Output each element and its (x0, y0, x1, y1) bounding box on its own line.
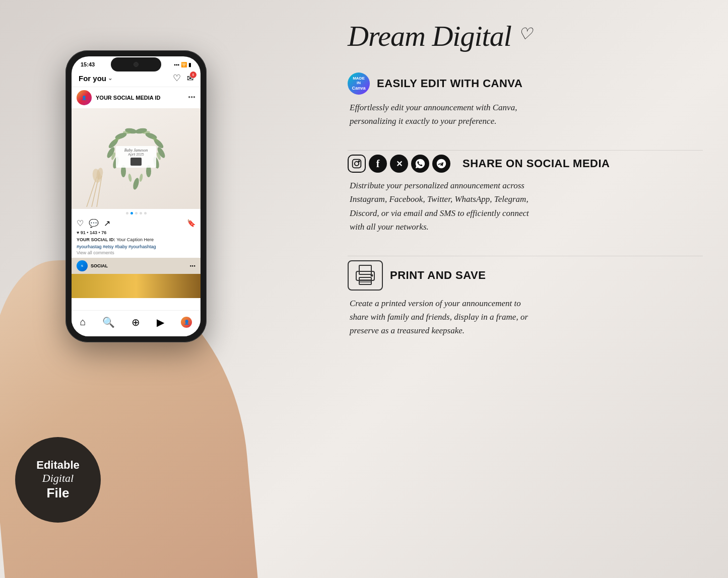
instagram-header: For you ⌄ ♡ ✉ 6 (72, 69, 201, 87)
editable-line2: Digital (42, 472, 74, 485)
phone-mockup: 15:43 ▪▪▪ 🛜 ▮ For you ⌄ ♡ (65, 50, 207, 342)
chevron-icon: ⌄ (108, 75, 112, 82)
instagram-action-icons: ♡ ✉ 6 (173, 73, 193, 84)
next-post-preview: S SOCIAL ••• (72, 258, 201, 298)
ultrasound-image (130, 158, 142, 166)
home-nav-icon[interactable]: ⌂ (80, 316, 86, 328)
heart-decoration: ♡ (518, 25, 532, 43)
search-nav-icon[interactable]: 🔍 (102, 316, 115, 328)
phone-camera (134, 62, 139, 67)
dot-3 (135, 212, 138, 214)
phone-screen: 15:43 ▪▪▪ 🛜 ▮ For you ⌄ ♡ (72, 56, 201, 336)
caption-username: YOUR SOCIAL ID: (77, 237, 115, 242)
telegram-icon (432, 155, 450, 173)
instagram-bottom-nav: ⌂ 🔍 ⊕ ▶ 👤 (72, 310, 201, 336)
wifi-icon: 🛜 (181, 62, 187, 67)
battery-icon: ▮ (188, 62, 191, 67)
next-post-more[interactable]: ••• (189, 263, 195, 269)
social-feature: f ✕ SHARE ON SOCI (348, 155, 703, 234)
avatar: 👤 (77, 90, 92, 105)
editable-digital-badge: Editable Digital File (15, 437, 101, 523)
facebook-icon: f (369, 155, 387, 173)
phone-notch (111, 57, 161, 71)
post-pagination-dots (72, 209, 201, 216)
svg-point-19 (128, 174, 133, 182)
social-feature-title: SHARE ON SOCIAL MEDIA (462, 157, 610, 170)
post-caption: YOUR SOCIAL ID: Your Caption Here (72, 236, 201, 244)
view-comments-link[interactable]: View all comments (72, 250, 201, 256)
post-actions: ♡ 💬 ↗ 🔖 (72, 216, 201, 229)
print-icon (348, 260, 383, 291)
print-feature-header: PRINT AND SAVE (348, 260, 703, 291)
svg-point-32 (371, 274, 373, 276)
add-nav-icon[interactable]: ⊕ (131, 316, 140, 328)
left-panel: 15:43 ▪▪▪ 🛜 ▮ For you ⌄ ♡ (0, 0, 322, 578)
bookmark-icon[interactable]: 🔖 (187, 219, 195, 228)
svg-rect-29 (359, 265, 371, 274)
signal-icon: ▪▪▪ (174, 62, 179, 67)
reels-nav-icon[interactable]: ▶ (157, 316, 164, 328)
brand-title: Dream Digital ♡ (348, 20, 703, 52)
svg-point-27 (355, 162, 359, 166)
dot-2 (130, 212, 133, 214)
editable-line1: Editable (36, 459, 80, 472)
svg-point-28 (359, 161, 360, 162)
phone-wrapper: 15:43 ▪▪▪ 🛜 ▮ For you ⌄ ♡ (65, 50, 207, 342)
like-icon[interactable]: ♡ (77, 219, 84, 228)
messenger-icon[interactable]: ✉ 6 (187, 74, 193, 83)
post-username: YOUR SOCIAL MEDIA ID (96, 95, 184, 101)
pampas-grass (82, 167, 112, 209)
post-stats: ♥ 91 • 143 • 76 (72, 229, 201, 236)
canva-feature-title: EASILY EDIT WITH CANVA (377, 77, 522, 90)
heart-icon[interactable]: ♡ (173, 73, 181, 84)
svg-point-9 (132, 177, 140, 190)
next-post-image (72, 274, 201, 298)
share-icon[interactable]: ↗ (104, 219, 110, 228)
phone-time: 15:43 (81, 61, 95, 67)
next-post-header: S SOCIAL ••• (72, 258, 201, 274)
baby-name: Baby Jameson (118, 148, 154, 153)
social-feature-header: f ✕ SHARE ON SOCI (348, 155, 703, 173)
divider-1 (348, 150, 703, 151)
dot-5 (144, 212, 147, 214)
comment-icon[interactable]: 💬 (89, 219, 99, 228)
status-icons: ▪▪▪ 🛜 ▮ (174, 62, 191, 67)
baby-date: April 2025 (118, 153, 154, 156)
action-icons-left: ♡ 💬 ↗ (77, 219, 110, 228)
dot-4 (140, 212, 142, 214)
profile-nav-icon[interactable]: 👤 (181, 317, 192, 328)
canva-feature-header: MADEINCanva EASILY EDIT WITH CANVA (348, 73, 703, 95)
for-you-label: For you ⌄ (79, 74, 112, 83)
instagram-icon (348, 155, 366, 173)
more-icon[interactable]: ••• (188, 94, 195, 102)
notification-badge: 6 (190, 71, 196, 78)
post-header: 👤 YOUR SOCIAL MEDIA ID ••• (72, 87, 201, 108)
caption-text: Your Caption Here (116, 237, 154, 242)
post-image: Baby Jameson April 2025 (72, 108, 201, 209)
twitter-x-icon: ✕ (390, 155, 408, 173)
svg-point-18 (139, 174, 144, 182)
print-feature-desc: Create a printed version of your announc… (348, 297, 703, 338)
social-icons-row: f ✕ (348, 155, 450, 173)
whatsapp-icon (411, 155, 429, 173)
next-post-avatar: S (77, 260, 88, 271)
print-feature: PRINT AND SAVE Create a printed version … (348, 260, 703, 338)
right-panel: Dream Digital ♡ MADEINCanva EASILY EDIT … (333, 0, 728, 578)
divider-2 (348, 256, 703, 256)
next-post-username: SOCIAL (91, 263, 108, 268)
canva-feature: MADEINCanva EASILY EDIT WITH CANVA Effor… (348, 73, 703, 128)
print-feature-title: PRINT AND SAVE (390, 269, 486, 282)
editable-line3: File (47, 485, 70, 501)
canva-feature-desc: Effortlessly edit your announcement with… (348, 101, 703, 128)
post-hashtags: #yourhastag #etsy #baby #yourhashtag (72, 244, 201, 250)
social-feature-desc: Distribute your personalized announcemen… (348, 179, 703, 234)
canva-icon: MADEINCanva (348, 73, 370, 95)
dot-1 (126, 212, 128, 214)
